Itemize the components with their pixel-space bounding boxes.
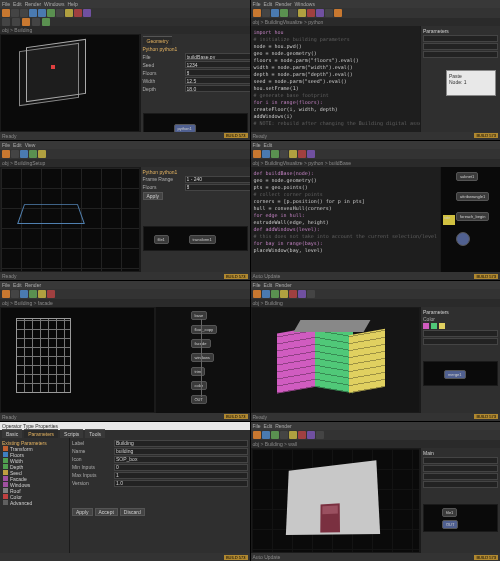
tool-icon[interactable] (316, 431, 324, 439)
code-editor[interactable]: import hou # initialize building paramet… (251, 26, 421, 132)
menu-file[interactable]: File (253, 282, 261, 288)
menu-render[interactable]: Render (25, 282, 41, 288)
network-mini[interactable]: python1 (143, 113, 248, 132)
menu-windows[interactable]: Windows (295, 1, 315, 7)
shelf-icon[interactable] (2, 18, 10, 26)
path-bar[interactable]: obj > Building > wall (251, 440, 501, 448)
menu-file[interactable]: File (2, 282, 10, 288)
input-name[interactable] (114, 448, 248, 455)
menubar[interactable]: File Edit (251, 141, 501, 149)
move-icon[interactable] (65, 9, 73, 17)
discard-button[interactable]: Discard (120, 508, 145, 516)
node[interactable]: python1 (174, 124, 196, 132)
param-input[interactable] (423, 465, 498, 472)
shelf-icon[interactable] (32, 18, 40, 26)
tool-icon[interactable] (307, 431, 315, 439)
floating-window[interactable]: Paste Node: 1 (446, 70, 496, 96)
menubar[interactable]: File Edit Render (251, 422, 501, 430)
network-view[interactable]: subnet1 attribwrangle1 foreach_begin not… (440, 167, 500, 273)
input-seed[interactable] (185, 61, 250, 68)
menu-render[interactable]: Render (25, 1, 41, 7)
input-file[interactable] (185, 53, 250, 60)
open-icon[interactable] (262, 9, 270, 17)
param-input[interactable] (423, 51, 498, 58)
menu-edit[interactable]: Edit (264, 142, 273, 148)
tool-icon[interactable] (38, 290, 46, 298)
tool-icon[interactable] (289, 290, 297, 298)
shelf-icon[interactable] (42, 18, 50, 26)
menubar[interactable]: File Edit View (0, 141, 250, 149)
input-width[interactable] (185, 77, 250, 84)
menubar[interactable]: File Edit Render Windows (251, 0, 501, 8)
param-input[interactable] (423, 338, 498, 345)
tool-icon[interactable] (29, 290, 37, 298)
sticky-note[interactable]: note (443, 215, 455, 225)
tool-icon[interactable] (2, 150, 10, 158)
path-bar[interactable]: obj > BuildingVisualize > python > build… (251, 159, 501, 167)
param-input[interactable] (423, 35, 498, 42)
viewport-3d[interactable] (251, 448, 421, 554)
node[interactable]: windows (191, 353, 214, 362)
menu-file[interactable]: File (2, 1, 10, 7)
tool-icon[interactable] (289, 9, 297, 17)
menu-file[interactable]: File (253, 142, 261, 148)
network-view[interactable]: base floor_copy facade windows trim colo… (155, 307, 250, 413)
menu-edit[interactable]: Edit (264, 423, 273, 429)
menu-file[interactable]: File (253, 423, 261, 429)
tree-item[interactable]: Advanced (2, 500, 67, 506)
open-icon[interactable] (11, 9, 19, 17)
tool-icon[interactable] (271, 431, 279, 439)
menubar[interactable]: File Edit Render (0, 281, 250, 289)
tool-icon[interactable] (271, 150, 279, 158)
node[interactable]: color (191, 381, 208, 390)
gizmo-icon[interactable] (51, 65, 55, 69)
node[interactable]: OUT (442, 520, 458, 529)
menu-edit[interactable]: Edit (13, 142, 22, 148)
tool-icon[interactable] (307, 150, 315, 158)
color-swatch[interactable] (439, 323, 445, 329)
node[interactable]: subnet1 (456, 172, 478, 181)
scale-icon[interactable] (83, 9, 91, 17)
shelf-icon[interactable] (12, 18, 20, 26)
tool-icon[interactable] (253, 290, 261, 298)
menu-render[interactable]: Render (275, 423, 291, 429)
tool-icon[interactable] (262, 290, 270, 298)
tool-icon[interactable] (262, 431, 270, 439)
menu-help[interactable]: Help (67, 1, 77, 7)
tool-icon[interactable] (298, 9, 306, 17)
menu-edit[interactable]: Edit (264, 1, 273, 7)
tool-icon[interactable] (2, 290, 10, 298)
input-version[interactable] (114, 480, 248, 487)
apply-button[interactable]: Apply (143, 192, 164, 200)
menu-view[interactable]: View (25, 142, 36, 148)
tool-icon[interactable] (289, 150, 297, 158)
viewport-3d[interactable] (0, 34, 140, 132)
network-mini[interactable]: file1 transform1 (143, 226, 248, 251)
node[interactable]: trim (191, 367, 206, 376)
param-tree[interactable]: Existing Parameters Transform Floors Wid… (0, 438, 70, 554)
viewport-3d[interactable] (251, 307, 421, 413)
tool-icon[interactable] (307, 9, 315, 17)
rotate-icon[interactable] (74, 9, 82, 17)
tool-icon[interactable] (20, 150, 28, 158)
tool-icon[interactable] (280, 431, 288, 439)
accept-button[interactable]: Accept (95, 508, 118, 516)
tool-icon[interactable] (38, 150, 46, 158)
input-floors[interactable] (185, 184, 250, 191)
node[interactable]: file1 (442, 508, 457, 517)
tool-icon[interactable] (262, 150, 270, 158)
menu-file[interactable]: File (2, 142, 10, 148)
save-icon[interactable] (20, 9, 28, 17)
tool-icon[interactable] (316, 9, 324, 17)
tool-icon[interactable] (280, 150, 288, 158)
input-depth[interactable] (185, 85, 250, 92)
network-mini[interactable]: merge1 (423, 361, 498, 386)
tool-icon[interactable] (271, 9, 279, 17)
viewport-3d[interactable] (0, 167, 140, 273)
param-input[interactable] (423, 43, 498, 50)
input-min[interactable] (114, 464, 248, 471)
menubar[interactable]: File Edit Render (251, 281, 501, 289)
node[interactable] (456, 232, 470, 246)
input-label[interactable] (114, 440, 248, 447)
menu-edit[interactable]: Edit (13, 282, 22, 288)
